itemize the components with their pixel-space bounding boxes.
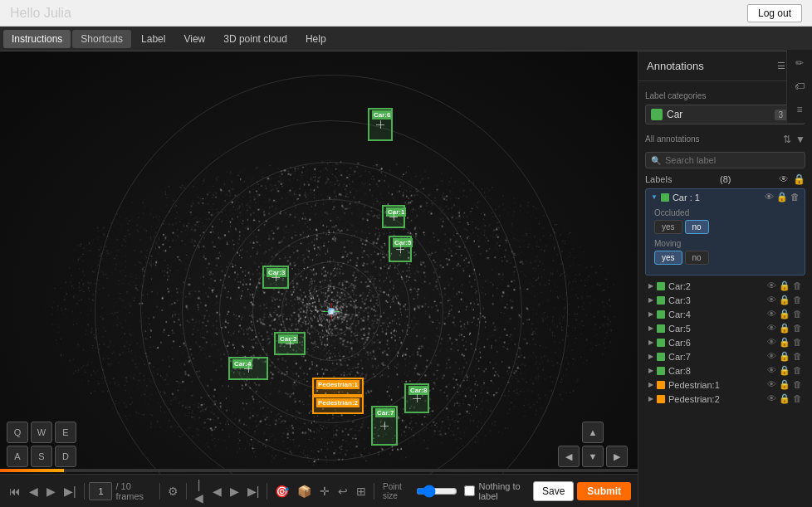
lock-icon[interactable]: 🔒 xyxy=(779,379,790,390)
delete-icon[interactable]: 🗑 xyxy=(790,192,800,202)
list-item-car5[interactable]: ▶ Car:5 👁 🔒 🗑 xyxy=(645,321,805,335)
del-icon[interactable]: 🗑 xyxy=(793,337,802,348)
list-item-car2[interactable]: ▶ Car:2 👁 🔒 🗑 xyxy=(645,279,805,293)
key-w[interactable]: W xyxy=(31,422,52,443)
annotation-tool-1[interactable]: 🎯 xyxy=(272,482,291,500)
frame-number-input[interactable] xyxy=(89,482,112,500)
lock-all-icon[interactable]: 🔒 xyxy=(793,173,805,185)
moving-no-button[interactable]: no xyxy=(685,251,709,265)
vis-icon[interactable]: 👁 xyxy=(767,309,776,319)
lock-icon[interactable]: 🔒 xyxy=(779,365,790,376)
list-item-car7[interactable]: ▶ Car:7 👁 🔒 🗑 xyxy=(645,349,805,363)
view-down-button[interactable]: ▼ xyxy=(582,446,604,467)
key-d[interactable]: D xyxy=(55,446,76,467)
annotation-car6[interactable]: Car:6 xyxy=(368,108,393,141)
move-tool[interactable]: ✛ xyxy=(317,482,332,500)
first-frame-button[interactable]: |◀ xyxy=(191,475,206,507)
list-item-car8[interactable]: ▶ Car:8 👁 🔒 🗑 xyxy=(645,363,805,378)
occluded-no-button[interactable]: no xyxy=(685,220,709,234)
lock-icon[interactable]: 🔒 xyxy=(779,280,790,291)
vis-icon[interactable]: 👁 xyxy=(767,337,776,348)
key-s[interactable]: S xyxy=(31,446,52,467)
lock-icon[interactable]: 🔒 xyxy=(779,323,790,334)
visibility-icon[interactable]: 👁 xyxy=(765,192,774,202)
save-button[interactable]: Save xyxy=(533,481,574,501)
vis-icon[interactable]: 👁 xyxy=(767,379,776,390)
annotation-car3[interactable]: Car:3 xyxy=(262,266,289,289)
last-frame-button[interactable]: ▶| xyxy=(245,482,262,500)
annotation-car5[interactable]: Car:5 xyxy=(389,236,412,262)
edit-icon[interactable]: ✏ xyxy=(792,55,807,71)
lock-icon[interactable]: 🔒 xyxy=(779,295,790,305)
resize-tool[interactable]: ⊞ xyxy=(354,482,369,500)
play-button[interactable]: ▶ xyxy=(44,482,58,500)
search-input[interactable] xyxy=(665,155,800,165)
next-frame-button[interactable]: ▶| xyxy=(61,482,79,500)
filter-sort-icon[interactable]: ⇅ xyxy=(783,134,791,145)
view-right-button[interactable]: ▶ xyxy=(606,446,628,467)
list-item-ped2[interactable]: ▶ Pedestrian:2 👁 🔒 🗑 xyxy=(645,392,805,406)
filter-icon[interactable]: ▼ xyxy=(795,134,805,145)
del-icon[interactable]: 🗑 xyxy=(793,351,802,362)
timeline[interactable] xyxy=(0,469,638,472)
del-icon[interactable]: 🗑 xyxy=(793,323,802,334)
lock-icon[interactable]: 🔒 xyxy=(779,337,790,348)
menu-3d-point-cloud[interactable]: 3D point cloud xyxy=(215,30,296,48)
expanded-item-header[interactable]: ▼ Car : 1 👁 🔒 🗑 xyxy=(646,189,805,205)
menu-instructions[interactable]: Instructions xyxy=(3,30,71,48)
key-q[interactable]: Q xyxy=(7,422,28,443)
submit-button[interactable]: Submit xyxy=(577,482,631,500)
list-item-car4[interactable]: ▶ Car:4 👁 🔒 🗑 xyxy=(645,307,805,321)
label-category-selector[interactable]: Car 3 ▼ xyxy=(645,105,805,124)
vis-icon[interactable]: 👁 xyxy=(767,351,776,362)
canvas-area[interactable]: Car:6 Car:1 Car:5 Car:3 Car:2 Car:4 xyxy=(0,51,638,507)
nothing-to-label-checkbox[interactable]: Nothing to label xyxy=(464,481,530,501)
annotation-car2[interactable]: Car:2 xyxy=(274,332,306,355)
prev-frame-button[interactable]: ◀ xyxy=(27,482,41,500)
lock-icon[interactable]: 🔒 xyxy=(779,309,790,319)
menu-help[interactable]: Help xyxy=(297,30,335,48)
lock-icon[interactable]: 🔒 xyxy=(779,393,790,404)
visibility-all-icon[interactable]: 👁 xyxy=(779,173,789,185)
annotation-tool-2[interactable]: 📦 xyxy=(295,482,314,500)
menu-view[interactable]: View xyxy=(175,30,213,48)
key-e[interactable]: E xyxy=(55,422,76,443)
annotation-car1[interactable]: Car:1 xyxy=(382,205,405,228)
point-size-slider[interactable] xyxy=(416,485,457,498)
lock-icon[interactable]: 🔒 xyxy=(779,351,790,362)
menu-label[interactable]: Label xyxy=(133,30,174,48)
tag-icon[interactable]: 🏷 xyxy=(792,78,807,95)
annotation-car8[interactable]: Car:8 xyxy=(404,383,429,413)
list-icon[interactable]: ≡ xyxy=(792,101,807,118)
view-up-button[interactable]: ▲ xyxy=(582,422,604,443)
vis-icon[interactable]: 👁 xyxy=(767,365,776,376)
occluded-yes-button[interactable]: yes xyxy=(654,220,682,234)
vis-icon[interactable]: 👁 xyxy=(767,323,776,334)
del-icon[interactable]: 🗑 xyxy=(793,379,802,390)
list-item-car6[interactable]: ▶ Car:6 👁 🔒 🗑 xyxy=(645,335,805,349)
annotation-car4[interactable]: Car:4 xyxy=(228,357,268,380)
del-icon[interactable]: 🗑 xyxy=(793,309,802,319)
key-a[interactable]: A xyxy=(7,446,28,467)
del-icon[interactable]: 🗑 xyxy=(793,280,802,291)
menu-shortcuts[interactable]: Shortcuts xyxy=(72,30,131,48)
settings-button[interactable]: ⚙ xyxy=(165,482,181,500)
vis-icon[interactable]: 👁 xyxy=(767,280,776,291)
del-icon[interactable]: 🗑 xyxy=(793,393,802,404)
prev5-button[interactable]: ◀ xyxy=(210,482,224,500)
del-icon[interactable]: 🗑 xyxy=(793,365,802,376)
nothing-checkbox[interactable] xyxy=(464,485,475,496)
annotation-car7[interactable]: Car:7 xyxy=(371,406,398,446)
next5-button[interactable]: ▶ xyxy=(227,482,242,500)
list-item-ped1[interactable]: ▶ Pedestrian:1 👁 🔒 🗑 xyxy=(645,378,805,392)
vis-icon[interactable]: 👁 xyxy=(767,393,776,404)
annotation-ped2[interactable]: Pedestrian:2 xyxy=(312,396,364,414)
search-box[interactable]: 🔍 xyxy=(645,152,805,168)
logout-button[interactable]: Log out xyxy=(747,4,802,22)
moving-yes-button[interactable]: yes xyxy=(654,251,682,265)
skip-start-button[interactable]: ⏮ xyxy=(7,482,23,500)
annotation-ped1[interactable]: Pedestrian:1 xyxy=(312,378,364,396)
vis-icon[interactable]: 👁 xyxy=(767,295,776,305)
list-item-car3[interactable]: ▶ Car:3 👁 🔒 🗑 xyxy=(645,293,805,307)
lock-icon[interactable]: 🔒 xyxy=(776,192,788,202)
